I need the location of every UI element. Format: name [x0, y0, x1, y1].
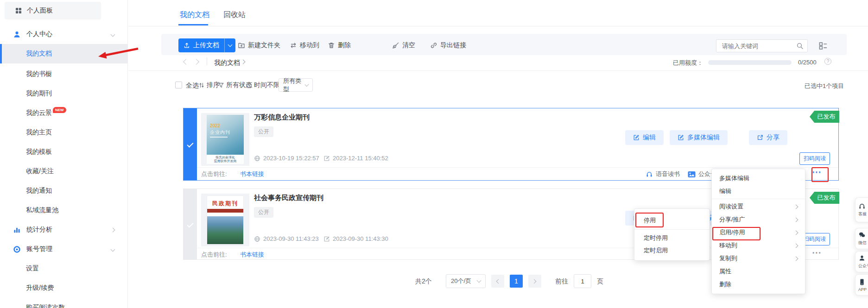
tab-recycle-bin[interactable]: 回收站	[223, 10, 246, 20]
tabs-divider	[128, 26, 868, 26]
media-edit-button[interactable]: 多媒体编辑	[670, 130, 728, 145]
tab-my-documents[interactable]: 我的文档	[180, 10, 209, 20]
sidebar-group-account[interactable]: 账号管理	[0, 239, 127, 259]
prev-page-button[interactable]	[491, 275, 504, 288]
sidebar-item-settings[interactable]: 设置	[0, 259, 127, 278]
type-filter-dropdown[interactable]: 所有类型	[279, 78, 313, 92]
upload-document-split-button[interactable]: 上传文档	[178, 38, 235, 52]
new-folder-button[interactable]: 新建文件夹	[238, 41, 280, 50]
edit-button[interactable]: 编辑	[625, 130, 664, 145]
sort-button[interactable]: 排序	[198, 81, 220, 89]
search-icon[interactable]	[796, 42, 804, 50]
select-all-checkbox[interactable]	[175, 82, 182, 88]
bar-chart-icon	[13, 226, 21, 234]
page-size-dropdown[interactable]: 20个/页	[446, 274, 486, 288]
document-thumbnail[interactable]: 2022 企业内刊 领先的全球化 应用软件开发商	[201, 113, 249, 166]
clear-button[interactable]: 清空	[392, 41, 415, 50]
sidebar-item-upgrade[interactable]: 升级/续费	[0, 278, 127, 298]
view-toggle-icon[interactable]	[818, 41, 828, 50]
dashboard-label: 个人面板	[27, 6, 53, 15]
menu-item-copy-to[interactable]: 复制到	[712, 252, 805, 265]
quota-help-icon[interactable]: ?	[824, 58, 831, 65]
chevron-down-icon	[111, 247, 115, 251]
breadcrumb-forward-icon[interactable]	[193, 59, 199, 65]
sidebar-item-private-traffic[interactable]: 私域流量池	[0, 201, 127, 220]
sidebar: 个人面板 个人中心 我的文档 我的书橱 我的期刊 我的云景NEW 我的主页 我的…	[0, 0, 128, 308]
created-value: 2023-10-19 15:22:57	[263, 155, 319, 162]
move-to-label: 移动到	[300, 41, 319, 50]
sidebar-item-label: 我的书橱	[26, 70, 52, 78]
sidebar-item-my-journals[interactable]: 我的期刊	[0, 84, 127, 103]
sidebar-item-my-homepage[interactable]: 我的主页	[0, 123, 127, 142]
menu-item-share-promote[interactable]: 分享/推广	[712, 213, 805, 226]
document-thumbnail[interactable]: 民政期刊	[201, 194, 249, 246]
status-badge: 已发布	[810, 111, 839, 123]
sidebar-group-statistics[interactable]: 统计分析	[0, 220, 127, 239]
media-edit-label: 多媒体编辑	[687, 133, 720, 142]
menu-item-move-to[interactable]: 移动到	[712, 239, 805, 252]
chevron-right-icon	[794, 204, 798, 209]
cover-photo	[207, 216, 243, 244]
qr-read-button[interactable]: 扫码阅读	[799, 152, 830, 165]
menu-item-scheduled-disable[interactable]: 定时停用	[634, 232, 710, 244]
menu-item-delete[interactable]: 删除	[712, 278, 805, 291]
more-actions-button[interactable]	[812, 166, 822, 178]
book-link[interactable]: 书本链接	[240, 251, 264, 259]
card-checkbox[interactable]	[184, 189, 197, 259]
more-actions-button[interactable]	[812, 246, 822, 258]
menu-item-scheduled-enable[interactable]: 定时启用	[634, 244, 710, 257]
menu-item-read-settings[interactable]: 阅读设置	[712, 200, 805, 213]
clear-label: 清空	[402, 41, 415, 50]
delete-button[interactable]: 删除	[328, 41, 351, 50]
sidebar-item-label: 我的文档	[26, 50, 52, 58]
share-button[interactable]: 分享	[749, 130, 787, 145]
image-icon	[688, 171, 696, 178]
sidebar-item-my-bookshelf[interactable]: 我的书橱	[0, 64, 127, 84]
next-page-button[interactable]	[528, 275, 541, 288]
document-title[interactable]: 社会事务民政宣传期刊	[254, 194, 323, 202]
document-context-menu: 多媒体编辑 编辑 阅读设置 分享/推广 启用/停用 移动到 复制到 属性 删除	[711, 169, 805, 294]
voice-read-button[interactable]: 语音读书	[646, 170, 680, 178]
goto-page-input[interactable]: 1	[574, 274, 591, 288]
widget-customer-service[interactable]: 客服	[855, 197, 868, 222]
menu-item-enable-disable[interactable]: 启用/停用	[712, 226, 805, 239]
clear-broom-icon	[392, 42, 399, 49]
book-link[interactable]: 书本链接	[240, 170, 264, 178]
widget-wechat[interactable]: 微信	[855, 228, 868, 249]
card-selected-checkbox[interactable]	[184, 108, 197, 180]
sidebar-group-personal-center[interactable]: 个人中心	[0, 25, 127, 44]
menu-item-edit[interactable]: 编辑	[712, 185, 805, 198]
widget-official-account[interactable]: 公众号	[855, 251, 868, 272]
sidebar-item-my-cloudview[interactable]: 我的云景NEW	[0, 103, 127, 123]
upload-document-button[interactable]: 上传文档	[178, 38, 224, 52]
menu-item-label: 定时启用	[644, 246, 668, 255]
quota-label: 已用额度：	[673, 59, 703, 67]
cover-year: 2022	[210, 123, 220, 128]
upload-more-options-button[interactable]	[224, 38, 235, 52]
search-input[interactable]	[716, 39, 808, 52]
sidebar-item-buy-reads[interactable]: 购买阅读次数	[0, 298, 127, 308]
sidebar-item-my-templates[interactable]: 我的模板	[0, 142, 127, 162]
sidebar-item-favorites[interactable]: 收藏/关注	[0, 162, 127, 181]
menu-item-properties[interactable]: 属性	[712, 265, 805, 278]
menu-item-media-edit[interactable]: 多媒体编辑	[712, 172, 805, 185]
move-to-button[interactable]: 移动到	[290, 41, 319, 50]
breadcrumb-back-icon[interactable]	[183, 59, 189, 65]
headset-icon	[858, 202, 866, 210]
official-account-icon	[858, 254, 866, 262]
sidebar-item-notifications[interactable]: 我的通知	[0, 181, 127, 201]
menu-item-label: 移动到	[719, 241, 737, 250]
breadcrumb-current[interactable]: 我的文档	[214, 59, 240, 67]
sidebar-item-dashboard[interactable]: 个人面板	[5, 2, 101, 19]
menu-item-disable[interactable]: 停用	[634, 214, 710, 227]
sidebar-item-label: 设置	[26, 264, 39, 273]
wechat-icon	[858, 231, 866, 239]
export-link-button[interactable]: 导出链接	[430, 41, 466, 50]
pagination-total: 共2个	[415, 277, 432, 286]
widget-app[interactable]: APP	[855, 274, 868, 295]
time-filter-button[interactable]: 时间不限	[246, 81, 280, 89]
document-title[interactable]: 万彩信息企业期刊	[254, 113, 310, 122]
page-number-button[interactable]: 1	[510, 275, 523, 288]
voice-read-label: 语音读书	[656, 170, 680, 178]
sidebar-item-my-documents[interactable]: 我的文档	[0, 44, 127, 63]
